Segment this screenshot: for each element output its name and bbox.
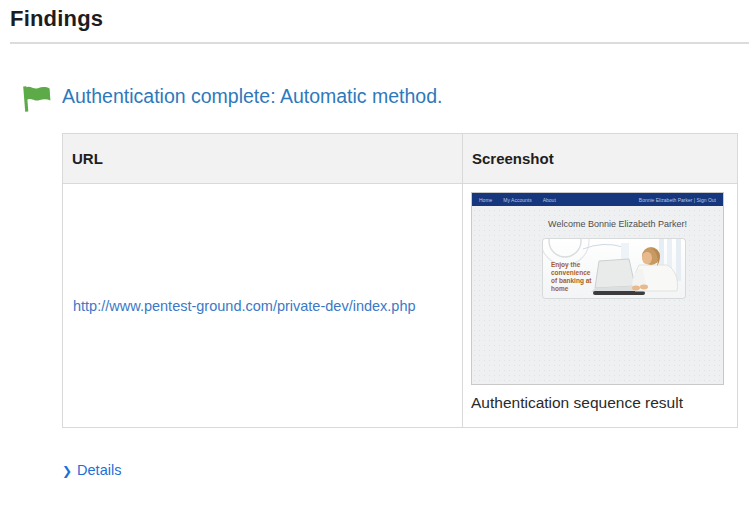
- thumbnail-nav-items: Home My Accounts About: [479, 197, 556, 203]
- auth-screenshot-thumbnail: Home My Accounts About Bonnie Elizabeth …: [471, 192, 724, 385]
- url-cell: http://www.pentest-ground.com/private-de…: [63, 184, 463, 428]
- banking-banner-image: Enjoy the convenience of banking at home: [543, 239, 685, 298]
- screenshot-cell: Home My Accounts About Bonnie Elizabeth …: [463, 184, 738, 428]
- finding-table: URL Screenshot http://www.pentest-ground…: [62, 133, 738, 428]
- chevron-right-icon: ❯: [62, 464, 72, 477]
- thumbnail-navbar: Home My Accounts About Bonnie Elizabeth …: [472, 193, 723, 206]
- screenshot-caption: Authentication sequence result: [471, 394, 729, 412]
- url-link[interactable]: http://www.pentest-ground.com/private-de…: [73, 298, 416, 314]
- finding-header: Authentication complete: Automatic metho…: [20, 82, 52, 114]
- details-link[interactable]: ❯ Details: [62, 462, 121, 478]
- thumbnail-nav-item: Home: [479, 197, 492, 203]
- thumbnail-user-text: Bonnie Elizabeth Parker | Sign Out: [639, 197, 716, 203]
- column-header-screenshot: Screenshot: [463, 134, 738, 184]
- finding-title: Authentication complete: Automatic metho…: [62, 85, 442, 108]
- banner-tagline: Enjoy the convenience of banking at home: [551, 261, 597, 293]
- thumbnail-welcome-text: Welcome Bonnie Elizabeth Parker!: [512, 219, 723, 229]
- title-divider: [10, 42, 749, 44]
- table-header-row: URL Screenshot: [63, 134, 738, 184]
- findings-page: Findings Authentication complete: Automa…: [0, 0, 749, 505]
- table-row: http://www.pentest-ground.com/private-de…: [63, 184, 738, 428]
- thumbnail-nav-item: My Accounts: [503, 197, 531, 203]
- column-header-url: URL: [63, 134, 463, 184]
- details-label: Details: [77, 462, 121, 478]
- thumbnail-nav-item: About: [543, 197, 556, 203]
- flag-icon: [20, 84, 52, 114]
- page-title: Findings: [10, 6, 103, 32]
